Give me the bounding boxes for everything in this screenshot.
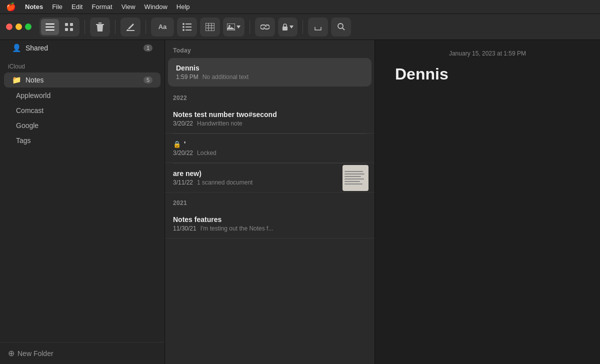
share-button[interactable] [308,18,328,36]
sidebar-notes-label: Notes [26,76,140,84]
checklist-button[interactable] [177,18,197,36]
note-item-features[interactable]: Notes features 11/30/21 I'm testing out … [165,210,374,238]
search-button[interactable] [331,18,351,36]
note-date-notes-test: 3/20/22 [173,120,193,127]
svg-rect-1 [46,26,54,28]
note-preview-scanned: 1 scanned document [197,179,252,186]
note-item-locked[interactable]: 🔒 ' 3/20/22 Locked [165,134,374,163]
sidebar-item-tags[interactable]: Tags [4,134,160,148]
svg-point-8 [182,23,184,25]
close-button[interactable] [6,24,12,30]
sidebar: 👤 Shared 1 iCloud 📁 Notes 5 Appleworld C… [0,40,165,364]
svg-point-22 [338,24,343,28]
minimize-button[interactable] [16,24,22,30]
svg-rect-13 [186,30,192,30]
apple-menu[interactable]: 🍎 [6,2,16,12]
svg-rect-2 [46,30,54,30]
toolbar-divider-4 [250,20,250,34]
note-title-notes-test: Notes test number two#second [173,110,366,118]
year-2021-header: 2021 [165,192,374,210]
sidebar-shared-badge: 1 [144,44,152,52]
menubar-format[interactable]: Format [92,3,112,10]
note-preview-notes-test: Handwritten note [197,120,242,127]
view-toggle-group [40,18,80,36]
list-view-button[interactable] [41,19,59,35]
lock-button[interactable] [278,18,298,36]
note-thumb-scanned [342,165,368,191]
lock-icon: 🔒 [173,140,181,148]
sidebar-item-google[interactable]: Google [4,118,160,132]
menubar: 🍎 Notes File Edit Format View Window Hel… [0,0,600,14]
sidebar-shared-label: Shared [26,44,140,52]
menubar-file[interactable]: File [52,3,62,10]
note-date-dennis: 1:59 PM [176,74,198,80]
media-button[interactable] [223,18,244,36]
format-button[interactable]: Aa [151,18,174,36]
shared-icon: 👤 [12,44,22,52]
sidebar-item-appleworld[interactable]: Appleworld [4,88,160,102]
compose-button[interactable] [120,18,140,36]
toolbar-divider-3 [146,20,146,34]
svg-rect-5 [65,28,68,31]
toolbar: Aa [0,14,600,40]
toolbar-divider-2 [115,20,116,34]
note-preview-locked: Locked [197,150,216,156]
today-header: Today [165,40,374,57]
sidebar-icloud-label: iCloud [0,56,164,72]
svg-rect-21 [282,26,288,30]
grid-view-button[interactable] [60,19,78,35]
svg-rect-7 [126,30,134,31]
notes-list: Today Dennis 1:59 PM No additional text … [165,40,375,364]
note-item-scanned[interactable]: are new) 3/11/22 1 scanned document [165,164,374,192]
note-preview-dennis: No additional text [202,74,249,80]
svg-rect-4 [70,23,73,26]
note-meta-scanned: 3/11/22 1 scanned document [173,179,336,186]
note-item-dennis[interactable]: Dennis 1:59 PM No additional text [168,58,372,86]
content-area: 👤 Shared 1 iCloud 📁 Notes 5 Appleworld C… [0,40,600,364]
sidebar-footer: ⊕ New Folder [0,342,164,364]
svg-line-23 [342,28,344,30]
svg-point-10 [182,26,184,28]
svg-rect-3 [65,23,68,26]
note-title-features: Notes features [173,216,366,224]
note-meta-notes-test: 3/20/22 Handwritten note [173,120,366,127]
menubar-help[interactable]: Help [176,3,190,10]
note-title-dennis: Dennis [176,64,364,72]
toolbar-divider-1 [84,20,85,34]
table-button[interactable] [200,18,220,36]
delete-button[interactable] [90,18,110,36]
menubar-edit[interactable]: Edit [72,3,82,10]
svg-rect-14 [206,23,214,31]
note-date-features: 11/30/21 [173,225,196,232]
new-folder-button[interactable]: ⊕ New Folder [8,348,156,358]
svg-rect-9 [186,24,192,24]
note-detail-date: January 15, 2023 at 1:59 PM [395,50,580,57]
svg-rect-0 [46,24,54,24]
sidebar-notes-badge: 5 [144,76,152,84]
toolbar-divider-5 [302,20,303,34]
note-date-scanned: 3/11/22 [173,179,193,186]
year-2022-header: 2022 [165,88,374,104]
note-detail: January 15, 2023 at 1:59 PM Dennis [375,40,600,364]
svg-rect-11 [186,26,192,28]
svg-point-12 [182,29,184,31]
folder-icon: 📁 [12,76,22,84]
svg-rect-6 [70,28,73,31]
menubar-view[interactable]: View [122,3,136,10]
note-meta-locked: 3/20/22 Locked [173,150,366,156]
note-preview-features: I'm testing out the Notes f... [200,225,274,232]
maximize-button[interactable] [25,24,32,30]
link-button[interactable] [255,18,275,36]
note-meta-dennis: 1:59 PM No additional text [176,74,364,80]
note-item-notes-test[interactable]: Notes test number two#second 3/20/22 Han… [165,104,374,134]
note-title-locked: 🔒 ' [173,140,366,148]
new-folder-label: New Folder [18,350,54,358]
menubar-window[interactable]: Window [144,3,168,10]
note-meta-features: 11/30/21 I'm testing out the Notes f... [173,225,366,232]
sidebar-item-shared[interactable]: 👤 Shared 1 [4,40,160,56]
sidebar-item-comcast[interactable]: Comcast [4,104,160,118]
menubar-app-name[interactable]: Notes [25,3,43,10]
note-date-locked: 3/20/22 [173,150,193,156]
note-detail-title: Dennis [395,65,580,84]
sidebar-item-notes[interactable]: 📁 Notes 5 [4,72,160,88]
